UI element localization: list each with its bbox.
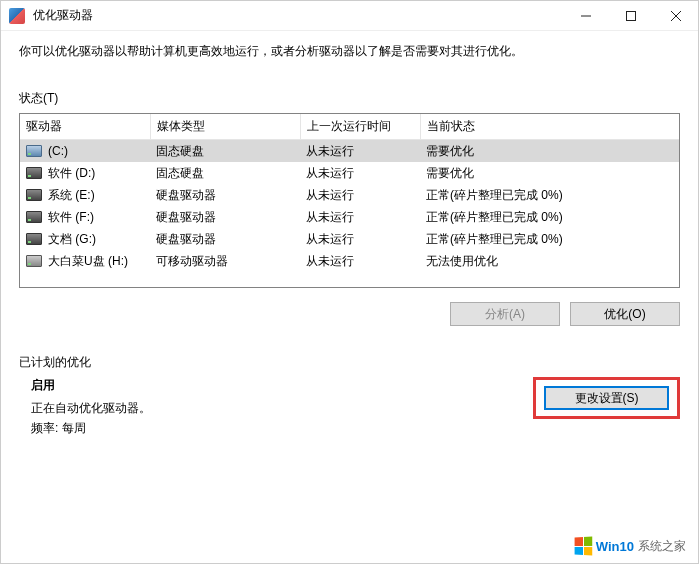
lastrun-cell: 从未运行	[300, 250, 420, 272]
lastrun-cell: 从未运行	[300, 228, 420, 250]
defrag-icon	[9, 8, 25, 24]
table-row[interactable]: (C:)固态硬盘从未运行需要优化	[20, 140, 679, 163]
drive-table: 驱动器 媒体类型 上一次运行时间 当前状态 (C:)固态硬盘从未运行需要优化软件…	[20, 114, 679, 272]
drive-name: (C:)	[48, 142, 68, 160]
drive-name-cell: (C:)	[20, 140, 150, 163]
table-row[interactable]: 文档 (G:)硬盘驱动器从未运行正常(碎片整理已完成 0%)	[20, 228, 679, 250]
change-settings-button[interactable]: 更改设置(S)	[544, 386, 669, 410]
titlebar: 优化驱动器	[1, 1, 698, 31]
media-type-cell: 硬盘驱动器	[150, 206, 300, 228]
drive-list[interactable]: 驱动器 媒体类型 上一次运行时间 当前状态 (C:)固态硬盘从未运行需要优化软件…	[19, 113, 680, 288]
close-button[interactable]	[653, 1, 698, 30]
table-row[interactable]: 系统 (E:)硬盘驱动器从未运行正常(碎片整理已完成 0%)	[20, 184, 679, 206]
watermark: Win10 系统之家	[574, 537, 686, 555]
drive-name: 软件 (F:)	[48, 208, 94, 226]
col-status[interactable]: 当前状态	[420, 114, 679, 140]
media-type-cell: 硬盘驱动器	[150, 228, 300, 250]
media-type-cell: 可移动驱动器	[150, 250, 300, 272]
description-text: 你可以优化驱动器以帮助计算机更高效地运行，或者分析驱动器以了解是否需要对其进行优…	[19, 43, 680, 60]
drive-name: 大白菜U盘 (H:)	[48, 252, 128, 270]
drive-icon	[26, 167, 42, 179]
windows-logo-icon	[574, 537, 592, 556]
scheduled-on: 启用	[31, 377, 151, 394]
drive-icon	[26, 255, 42, 267]
lastrun-cell: 从未运行	[300, 162, 420, 184]
table-row[interactable]: 软件 (D:)固态硬盘从未运行需要优化	[20, 162, 679, 184]
content-area: 你可以优化驱动器以帮助计算机更高效地运行，或者分析驱动器以了解是否需要对其进行优…	[1, 31, 698, 440]
scheduled-section: 启用 正在自动优化驱动器。 频率: 每周 更改设置(S)	[19, 377, 680, 440]
minimize-button[interactable]	[563, 1, 608, 30]
status-label: 状态(T)	[19, 90, 680, 107]
watermark-suffix: 系统之家	[638, 538, 686, 555]
drive-icon	[26, 233, 42, 245]
svg-rect-1	[626, 11, 635, 20]
window-controls	[563, 1, 698, 30]
col-media[interactable]: 媒体类型	[150, 114, 300, 140]
maximize-button[interactable]	[608, 1, 653, 30]
table-row[interactable]: 软件 (F:)硬盘驱动器从未运行正常(碎片整理已完成 0%)	[20, 206, 679, 228]
drive-name: 文档 (G:)	[48, 230, 96, 248]
drive-name: 软件 (D:)	[48, 164, 95, 182]
lastrun-cell: 从未运行	[300, 184, 420, 206]
col-lastrun[interactable]: 上一次运行时间	[300, 114, 420, 140]
status-cell: 无法使用优化	[420, 250, 679, 272]
col-drive[interactable]: 驱动器	[20, 114, 150, 140]
drive-name-cell: 文档 (G:)	[20, 228, 150, 250]
table-row[interactable]: 大白菜U盘 (H:)可移动驱动器从未运行无法使用优化	[20, 250, 679, 272]
drive-name: 系统 (E:)	[48, 186, 95, 204]
drive-name-cell: 大白菜U盘 (H:)	[20, 250, 150, 272]
status-cell: 需要优化	[420, 162, 679, 184]
media-type-cell: 固态硬盘	[150, 162, 300, 184]
status-cell: 正常(碎片整理已完成 0%)	[420, 184, 679, 206]
media-type-cell: 固态硬盘	[150, 140, 300, 163]
drive-icon	[26, 211, 42, 223]
status-cell: 正常(碎片整理已完成 0%)	[420, 206, 679, 228]
analyze-button[interactable]: 分析(A)	[450, 302, 560, 326]
drive-name-cell: 软件 (D:)	[20, 162, 150, 184]
drive-icon	[26, 145, 42, 157]
drive-name-cell: 系统 (E:)	[20, 184, 150, 206]
table-header-row: 驱动器 媒体类型 上一次运行时间 当前状态	[20, 114, 679, 140]
optimize-button[interactable]: 优化(O)	[570, 302, 680, 326]
status-cell: 需要优化	[420, 140, 679, 163]
scheduled-line2: 频率: 每周	[31, 420, 151, 437]
watermark-win10: Win10	[596, 539, 634, 554]
action-button-row: 分析(A) 优化(O)	[19, 302, 680, 326]
drive-icon	[26, 189, 42, 201]
scheduled-label: 已计划的优化	[19, 354, 680, 371]
lastrun-cell: 从未运行	[300, 206, 420, 228]
lastrun-cell: 从未运行	[300, 140, 420, 163]
window-title: 优化驱动器	[33, 7, 563, 24]
drive-name-cell: 软件 (F:)	[20, 206, 150, 228]
scheduled-line1: 正在自动优化驱动器。	[31, 400, 151, 417]
highlight-box: 更改设置(S)	[533, 377, 680, 419]
scheduled-info: 启用 正在自动优化驱动器。 频率: 每周	[19, 377, 151, 440]
media-type-cell: 硬盘驱动器	[150, 184, 300, 206]
status-cell: 正常(碎片整理已完成 0%)	[420, 228, 679, 250]
